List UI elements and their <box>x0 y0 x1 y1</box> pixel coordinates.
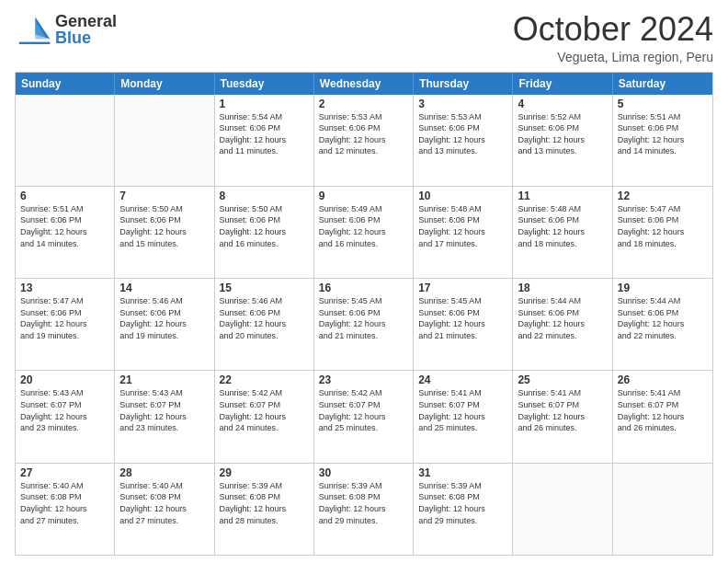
day-number: 21 <box>119 373 209 386</box>
day-info: Sunrise: 5:50 AM Sunset: 6:06 PM Dayligh… <box>119 203 209 249</box>
day-number: 13 <box>20 282 109 294</box>
day-number: 19 <box>618 282 708 294</box>
header-wednesday: Wednesday <box>314 73 414 95</box>
day-info: Sunrise: 5:39 AM Sunset: 6:08 PM Dayligh… <box>418 480 507 526</box>
calendar-cell: 19Sunrise: 5:44 AM Sunset: 6:06 PM Dayli… <box>613 279 712 370</box>
day-info: Sunrise: 5:54 AM Sunset: 6:06 PM Dayligh… <box>220 111 309 157</box>
header-sunday: Sunday <box>16 73 115 95</box>
day-info: Sunrise: 5:49 AM Sunset: 6:06 PM Dayligh… <box>319 203 408 249</box>
calendar-cell: 18Sunrise: 5:44 AM Sunset: 6:06 PM Dayli… <box>513 279 612 370</box>
calendar-cell: 7Sunrise: 5:50 AM Sunset: 6:06 PM Daylig… <box>115 187 214 278</box>
logo-icon <box>15 11 51 48</box>
day-info: Sunrise: 5:43 AM Sunset: 6:07 PM Dayligh… <box>119 387 209 433</box>
day-info: Sunrise: 5:39 AM Sunset: 6:08 PM Dayligh… <box>220 480 309 526</box>
day-info: Sunrise: 5:53 AM Sunset: 6:06 PM Dayligh… <box>418 111 507 157</box>
header: General Blue October 2024 Vegueta, Lima … <box>15 11 713 64</box>
day-number: 23 <box>319 373 408 386</box>
day-info: Sunrise: 5:48 AM Sunset: 6:06 PM Dayligh… <box>418 203 507 249</box>
calendar-cell: 2Sunrise: 5:53 AM Sunset: 6:06 PM Daylig… <box>314 95 414 186</box>
header-thursday: Thursday <box>414 73 513 95</box>
calendar-cell: 22Sunrise: 5:42 AM Sunset: 6:07 PM Dayli… <box>215 371 314 462</box>
calendar-cell: 11Sunrise: 5:48 AM Sunset: 6:06 PM Dayli… <box>513 187 612 278</box>
calendar-cell: 30Sunrise: 5:39 AM Sunset: 6:08 PM Dayli… <box>314 464 414 555</box>
calendar-cell: 3Sunrise: 5:53 AM Sunset: 6:06 PM Daylig… <box>414 95 513 186</box>
day-info: Sunrise: 5:47 AM Sunset: 6:06 PM Dayligh… <box>618 203 708 249</box>
day-number: 17 <box>418 282 507 294</box>
day-number: 8 <box>220 190 309 202</box>
calendar-cell: 12Sunrise: 5:47 AM Sunset: 6:06 PM Dayli… <box>613 187 712 278</box>
day-info: Sunrise: 5:41 AM Sunset: 6:07 PM Dayligh… <box>518 387 607 433</box>
calendar-cell: 31Sunrise: 5:39 AM Sunset: 6:08 PM Dayli… <box>414 464 513 555</box>
day-info: Sunrise: 5:41 AM Sunset: 6:07 PM Dayligh… <box>418 387 507 433</box>
calendar-week-2: 6Sunrise: 5:51 AM Sunset: 6:06 PM Daylig… <box>16 186 712 278</box>
day-info: Sunrise: 5:45 AM Sunset: 6:06 PM Dayligh… <box>418 295 507 341</box>
day-info: Sunrise: 5:51 AM Sunset: 6:06 PM Dayligh… <box>618 111 708 157</box>
calendar-cell: 28Sunrise: 5:40 AM Sunset: 6:08 PM Dayli… <box>115 464 214 555</box>
day-info: Sunrise: 5:51 AM Sunset: 6:06 PM Dayligh… <box>20 203 109 249</box>
day-number: 15 <box>220 282 309 294</box>
day-number: 26 <box>618 373 708 386</box>
day-number: 5 <box>618 98 708 110</box>
day-number: 12 <box>618 190 708 202</box>
month-title: October 2024 <box>513 11 713 48</box>
calendar-cell: 5Sunrise: 5:51 AM Sunset: 6:06 PM Daylig… <box>613 95 712 186</box>
svg-rect-2 <box>19 42 51 44</box>
day-number: 6 <box>20 190 109 202</box>
calendar-cell: 15Sunrise: 5:46 AM Sunset: 6:06 PM Dayli… <box>215 279 314 370</box>
logo-blue-text: Blue <box>55 29 117 46</box>
day-number: 11 <box>518 190 607 202</box>
header-tuesday: Tuesday <box>215 73 314 95</box>
calendar-week-3: 13Sunrise: 5:47 AM Sunset: 6:06 PM Dayli… <box>16 278 712 370</box>
calendar-cell: 1Sunrise: 5:54 AM Sunset: 6:06 PM Daylig… <box>215 95 314 186</box>
logo-general-text: General <box>55 13 117 29</box>
day-info: Sunrise: 5:43 AM Sunset: 6:07 PM Dayligh… <box>20 387 109 433</box>
calendar-cell: 6Sunrise: 5:51 AM Sunset: 6:06 PM Daylig… <box>16 187 115 278</box>
day-info: Sunrise: 5:46 AM Sunset: 6:06 PM Dayligh… <box>119 295 209 341</box>
day-number: 20 <box>20 373 109 386</box>
day-info: Sunrise: 5:41 AM Sunset: 6:07 PM Dayligh… <box>618 387 708 433</box>
calendar: Sunday Monday Tuesday Wednesday Thursday… <box>15 72 713 556</box>
logo: General Blue <box>15 11 117 48</box>
day-number: 4 <box>518 98 607 110</box>
calendar-week-1: 1Sunrise: 5:54 AM Sunset: 6:06 PM Daylig… <box>16 95 712 186</box>
day-info: Sunrise: 5:44 AM Sunset: 6:06 PM Dayligh… <box>618 295 708 341</box>
day-number: 16 <box>319 282 408 294</box>
day-info: Sunrise: 5:50 AM Sunset: 6:06 PM Dayligh… <box>220 203 309 249</box>
calendar-cell: 27Sunrise: 5:40 AM Sunset: 6:08 PM Dayli… <box>16 464 115 555</box>
day-number: 14 <box>119 282 209 294</box>
calendar-cell: 9Sunrise: 5:49 AM Sunset: 6:06 PM Daylig… <box>314 187 414 278</box>
calendar-cell: 23Sunrise: 5:42 AM Sunset: 6:07 PM Dayli… <box>314 371 414 462</box>
calendar-header: Sunday Monday Tuesday Wednesday Thursday… <box>16 73 712 95</box>
day-info: Sunrise: 5:47 AM Sunset: 6:06 PM Dayligh… <box>20 295 109 341</box>
day-info: Sunrise: 5:39 AM Sunset: 6:08 PM Dayligh… <box>319 480 408 526</box>
title-area: October 2024 Vegueta, Lima region, Peru <box>513 11 713 64</box>
day-info: Sunrise: 5:42 AM Sunset: 6:07 PM Dayligh… <box>220 387 309 433</box>
day-number: 30 <box>319 466 408 479</box>
calendar-cell: 29Sunrise: 5:39 AM Sunset: 6:08 PM Dayli… <box>215 464 314 555</box>
calendar-cell <box>613 464 712 555</box>
calendar-cell: 13Sunrise: 5:47 AM Sunset: 6:06 PM Dayli… <box>16 279 115 370</box>
calendar-cell: 16Sunrise: 5:45 AM Sunset: 6:06 PM Dayli… <box>314 279 414 370</box>
calendar-cell: 25Sunrise: 5:41 AM Sunset: 6:07 PM Dayli… <box>513 371 612 462</box>
day-number: 25 <box>518 373 607 386</box>
day-info: Sunrise: 5:52 AM Sunset: 6:06 PM Dayligh… <box>518 111 607 157</box>
calendar-cell: 10Sunrise: 5:48 AM Sunset: 6:06 PM Dayli… <box>414 187 513 278</box>
day-info: Sunrise: 5:40 AM Sunset: 6:08 PM Dayligh… <box>119 480 209 526</box>
calendar-week-5: 27Sunrise: 5:40 AM Sunset: 6:08 PM Dayli… <box>16 463 712 555</box>
day-number: 9 <box>319 190 408 202</box>
day-number: 31 <box>418 466 507 479</box>
logo-wordmark: General Blue <box>55 13 117 46</box>
day-number: 7 <box>119 190 209 202</box>
calendar-cell <box>16 95 115 186</box>
calendar-cell: 17Sunrise: 5:45 AM Sunset: 6:06 PM Dayli… <box>414 279 513 370</box>
header-saturday: Saturday <box>613 73 712 95</box>
calendar-cell: 8Sunrise: 5:50 AM Sunset: 6:06 PM Daylig… <box>215 187 314 278</box>
day-number: 24 <box>418 373 507 386</box>
calendar-cell: 26Sunrise: 5:41 AM Sunset: 6:07 PM Dayli… <box>613 371 712 462</box>
calendar-week-4: 20Sunrise: 5:43 AM Sunset: 6:07 PM Dayli… <box>16 370 712 462</box>
day-number: 10 <box>418 190 507 202</box>
calendar-cell: 4Sunrise: 5:52 AM Sunset: 6:06 PM Daylig… <box>513 95 612 186</box>
page: General Blue October 2024 Vegueta, Lima … <box>0 0 728 563</box>
day-info: Sunrise: 5:53 AM Sunset: 6:06 PM Dayligh… <box>319 111 408 157</box>
calendar-body: 1Sunrise: 5:54 AM Sunset: 6:06 PM Daylig… <box>16 95 712 555</box>
